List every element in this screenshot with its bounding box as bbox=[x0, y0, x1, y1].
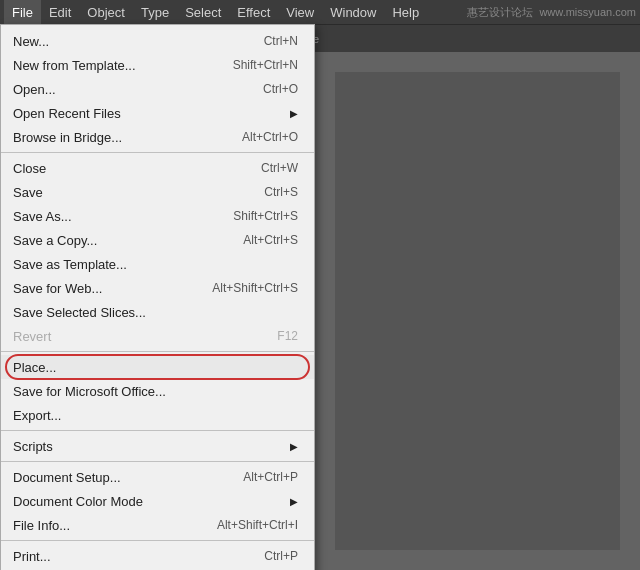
separator-3 bbox=[1, 430, 314, 431]
menu-document-setup[interactable]: Document Setup... Alt+Ctrl+P bbox=[1, 465, 314, 489]
menu-edit[interactable]: Edit bbox=[41, 0, 79, 24]
submenu-arrow: ▶ bbox=[290, 108, 298, 119]
menu-save-web[interactable]: Save for Web... Alt+Shift+Ctrl+S bbox=[1, 276, 314, 300]
menu-file-info[interactable]: File Info... Alt+Shift+Ctrl+I bbox=[1, 513, 314, 537]
menubar-right: 惠艺设计论坛 www.missyuan.com bbox=[467, 5, 636, 20]
menubar: File Edit Object Type Select Effect View… bbox=[0, 0, 640, 24]
menu-save-office[interactable]: Save for Microsoft Office... bbox=[1, 379, 314, 403]
menu-close[interactable]: Close Ctrl+W bbox=[1, 156, 314, 180]
menu-window[interactable]: Window bbox=[322, 0, 384, 24]
menu-print[interactable]: Print... Ctrl+P bbox=[1, 544, 314, 568]
separator-4 bbox=[1, 461, 314, 462]
menu-open-recent[interactable]: Open Recent Files ▶ bbox=[1, 101, 314, 125]
file-menu: New... Ctrl+N New from Template... Shift… bbox=[0, 24, 315, 570]
menu-save-slices[interactable]: Save Selected Slices... bbox=[1, 300, 314, 324]
canvas bbox=[335, 72, 620, 550]
menu-browse-bridge[interactable]: Browse in Bridge... Alt+Ctrl+O bbox=[1, 125, 314, 149]
separator-5 bbox=[1, 540, 314, 541]
menu-type[interactable]: Type bbox=[133, 0, 177, 24]
menu-effect[interactable]: Effect bbox=[229, 0, 278, 24]
separator-2 bbox=[1, 351, 314, 352]
menu-save-as[interactable]: Save As... Shift+Ctrl+S bbox=[1, 204, 314, 228]
menu-save-copy[interactable]: Save a Copy... Alt+Ctrl+S bbox=[1, 228, 314, 252]
menu-file[interactable]: File bbox=[4, 0, 41, 24]
menu-object[interactable]: Object bbox=[79, 0, 133, 24]
file-dropdown: New... Ctrl+N New from Template... Shift… bbox=[0, 24, 315, 570]
submenu-arrow-scripts: ▶ bbox=[290, 441, 298, 452]
menu-new[interactable]: New... Ctrl+N bbox=[1, 29, 314, 53]
menu-revert[interactable]: Revert F12 bbox=[1, 324, 314, 348]
menu-select[interactable]: Select bbox=[177, 0, 229, 24]
canvas-area bbox=[315, 52, 640, 570]
menu-open[interactable]: Open... Ctrl+O bbox=[1, 77, 314, 101]
watermark2: www.missyuan.com bbox=[539, 6, 636, 18]
watermark1: 惠艺设计论坛 bbox=[467, 5, 533, 20]
menu-place[interactable]: Place... bbox=[1, 355, 314, 379]
menu-help[interactable]: Help bbox=[384, 0, 427, 24]
menu-scripts[interactable]: Scripts ▶ bbox=[1, 434, 314, 458]
menu-new-template[interactable]: New from Template... Shift+Ctrl+N bbox=[1, 53, 314, 77]
menu-save[interactable]: Save Ctrl+S bbox=[1, 180, 314, 204]
submenu-arrow-color: ▶ bbox=[290, 496, 298, 507]
menu-save-template[interactable]: Save as Template... bbox=[1, 252, 314, 276]
menu-document-color-mode[interactable]: Document Color Mode ▶ bbox=[1, 489, 314, 513]
menu-export[interactable]: Export... bbox=[1, 403, 314, 427]
menu-view[interactable]: View bbox=[278, 0, 322, 24]
separator-1 bbox=[1, 152, 314, 153]
